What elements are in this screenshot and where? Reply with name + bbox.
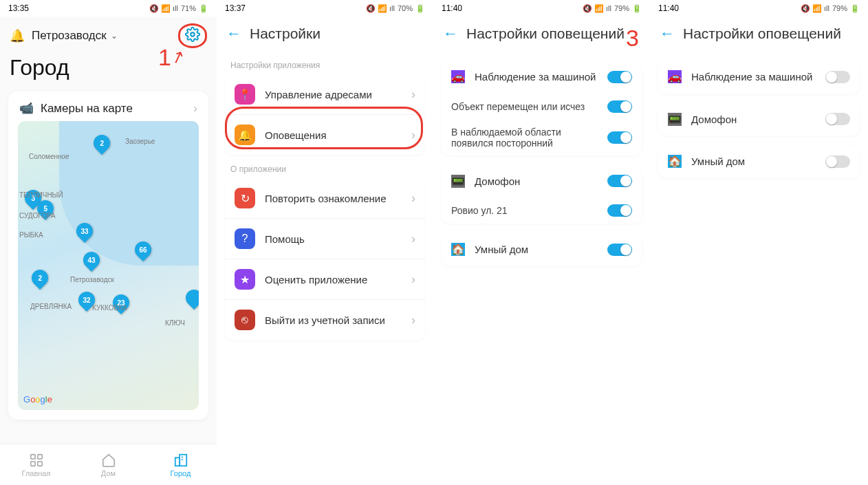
map-label: Заозерье xyxy=(125,138,155,145)
status-time: 13:37 xyxy=(225,3,246,13)
row-car-moved-label: Объект перемещен или исчез xyxy=(451,101,598,112)
toggle-car-moved[interactable] xyxy=(607,100,632,113)
status-bar: 11:40 🔇 📶 ıll 79% 🔋 xyxy=(650,0,868,17)
car-icon: 🚗 xyxy=(451,70,465,83)
map-pin[interactable] xyxy=(182,286,199,310)
chevron-right-icon: › xyxy=(411,272,415,287)
row-notifications[interactable]: 🔔 Оповещения › xyxy=(225,115,425,155)
map-label: ДРЕВЛЯНКА xyxy=(30,303,72,310)
row-intercom-label: Домофон xyxy=(691,113,816,127)
cameras-link[interactable]: 📹 Камеры на карте › xyxy=(8,91,208,121)
map[interactable]: Google 23533436623223ЗаозерьеСоломенноеТ… xyxy=(18,121,199,410)
nav-city[interactable]: Город xyxy=(144,444,217,485)
row-onboarding-label: Повторить ознакомление xyxy=(265,193,402,204)
row-addresses-label: Управление адресами xyxy=(265,89,402,100)
city-name: Петрозаводск xyxy=(32,29,107,43)
toggle-intercom[interactable] xyxy=(607,175,632,187)
nav-home-label: Главная xyxy=(22,469,51,477)
chevron-right-icon: › xyxy=(411,232,415,246)
google-logo: Google xyxy=(23,394,52,405)
map-label: КУККОВКА xyxy=(92,304,127,312)
group-intercom: 📟 Домофон xyxy=(658,103,860,136)
section-about: О приложении xyxy=(217,155,433,178)
screen-notif-on: 11:40 🔇 📶 ıll 79% 🔋 ← Настройки оповещен… xyxy=(433,0,650,485)
chevron-right-icon: › xyxy=(411,128,415,142)
toggle-intercom-address[interactable] xyxy=(607,204,632,217)
row-car-moved[interactable]: Объект перемещен или исчез xyxy=(442,94,642,120)
group-smart: 🏠 Умный дом xyxy=(442,233,642,266)
toggle-smart[interactable] xyxy=(825,155,850,168)
status-time: 11:40 xyxy=(442,3,462,13)
map-label: Соломенное xyxy=(29,153,69,160)
page-title: Настройки xyxy=(250,25,321,42)
svg-rect-6 xyxy=(180,454,186,466)
row-onboarding[interactable]: ↻ Повторить ознакомление › xyxy=(225,178,425,219)
screen-notif-off: 11:40 🔇 📶 ıll 79% 🔋 ← Настройки оповещен… xyxy=(650,0,868,485)
row-logout[interactable]: ⎋ Выйти из учетной записи › xyxy=(225,300,425,340)
chevron-right-icon: › xyxy=(411,87,415,102)
back-icon[interactable]: ← xyxy=(660,25,675,43)
chevron-right-icon: › xyxy=(411,313,415,327)
city-picker[interactable]: Петрозаводск ⌄ xyxy=(32,29,118,43)
cameras-label: Камеры на карте xyxy=(41,102,186,116)
toggle-car[interactable] xyxy=(607,71,632,83)
car-icon: 🚗 xyxy=(668,70,682,83)
row-intercom-address[interactable]: Ровио ул. 21 xyxy=(442,197,642,224)
nav-house-label: Дом xyxy=(101,469,116,477)
toggle-car[interactable] xyxy=(825,71,850,83)
section-app: Настройки приложения xyxy=(217,51,433,74)
toggle-car-stranger[interactable] xyxy=(607,131,632,144)
status-bar: 11:40 🔇 📶 ıll 79% 🔋 xyxy=(433,0,650,17)
smart-home-icon: 🏠 xyxy=(451,243,465,256)
settings-list-about: ↻ Повторить ознакомление › ? Помощь › ★ … xyxy=(225,178,425,340)
gear-icon[interactable] xyxy=(185,27,200,45)
svg-rect-4 xyxy=(37,461,41,465)
bell-icon[interactable]: 🔔 xyxy=(10,28,25,43)
row-help[interactable]: ? Помощь › xyxy=(225,219,425,259)
help-icon: ? xyxy=(235,228,255,249)
logout-icon: ⎋ xyxy=(235,310,255,330)
toggle-smart[interactable] xyxy=(607,244,632,256)
back-icon[interactable]: ← xyxy=(443,25,458,43)
row-smart[interactable]: 🏠 Умный дом xyxy=(658,145,860,178)
settings-list-app: 📍 Управление адресами › 🔔 Оповещения › xyxy=(225,74,425,155)
row-smart[interactable]: 🏠 Умный дом xyxy=(442,233,642,266)
nav-home[interactable]: Главная xyxy=(0,444,72,485)
status-right: 🔇 📶 ıll 70% 🔋 xyxy=(366,4,425,13)
screen-settings: 13:37 🔇 📶 ıll 70% 🔋 ← Настройки Настройк… xyxy=(217,0,433,485)
refresh-icon: ↻ xyxy=(235,188,255,208)
group-smart: 🏠 Умный дом xyxy=(658,145,860,178)
svg-rect-5 xyxy=(175,457,179,466)
cameras-card: 📹 Камеры на карте › Google 2353343662322… xyxy=(8,91,208,420)
highlight-ring-gear xyxy=(178,23,207,48)
row-intercom[interactable]: 📟 Домофон xyxy=(658,103,860,136)
row-car[interactable]: 🚗 Наблюдение за машиной xyxy=(442,61,642,94)
map-label: РЫБКА xyxy=(19,231,43,239)
chevron-down-icon: ⌄ xyxy=(111,31,118,41)
row-rate[interactable]: ★ Оценить приложение › xyxy=(225,259,425,300)
row-car-label: Наблюдение за машиной xyxy=(475,70,598,84)
svg-rect-1 xyxy=(30,454,34,458)
row-car-stranger-label: В наблюдаемой области появился посторонн… xyxy=(451,127,598,149)
svg-rect-3 xyxy=(30,461,34,465)
row-car[interactable]: 🚗 Наблюдение за машиной xyxy=(658,61,860,94)
group-car: 🚗 Наблюдение за машиной xyxy=(658,61,860,94)
map-label: ТЕПЛИЧНЫЙ xyxy=(19,191,63,199)
status-right: 🔇 📶 ıll 79% 🔋 xyxy=(583,4,642,13)
intercom-icon: 📟 xyxy=(451,175,465,188)
svg-rect-2 xyxy=(37,454,41,458)
row-addresses[interactable]: 📍 Управление адресами › xyxy=(225,74,425,115)
row-car-stranger[interactable]: В наблюдаемой области появился посторонн… xyxy=(442,120,642,155)
toggle-intercom[interactable] xyxy=(825,113,850,125)
group-intercom: 📟 Домофон Ровио ул. 21 xyxy=(442,165,642,224)
bottom-nav: Главная Дом Город xyxy=(0,444,217,485)
nav-house[interactable]: Дом xyxy=(72,444,144,485)
map-pin[interactable]: 2 xyxy=(28,266,52,290)
camera-icon: 📹 xyxy=(19,101,34,116)
status-bar: 13:35 🔇 📶 ıll 71% 🔋 xyxy=(0,0,217,17)
map-label: СУДОГОРА xyxy=(19,212,56,219)
row-car-label: Наблюдение за машиной xyxy=(691,70,816,84)
back-icon[interactable]: ← xyxy=(226,25,241,43)
smart-home-icon: 🏠 xyxy=(668,155,682,168)
row-intercom[interactable]: 📟 Домофон xyxy=(442,165,642,198)
